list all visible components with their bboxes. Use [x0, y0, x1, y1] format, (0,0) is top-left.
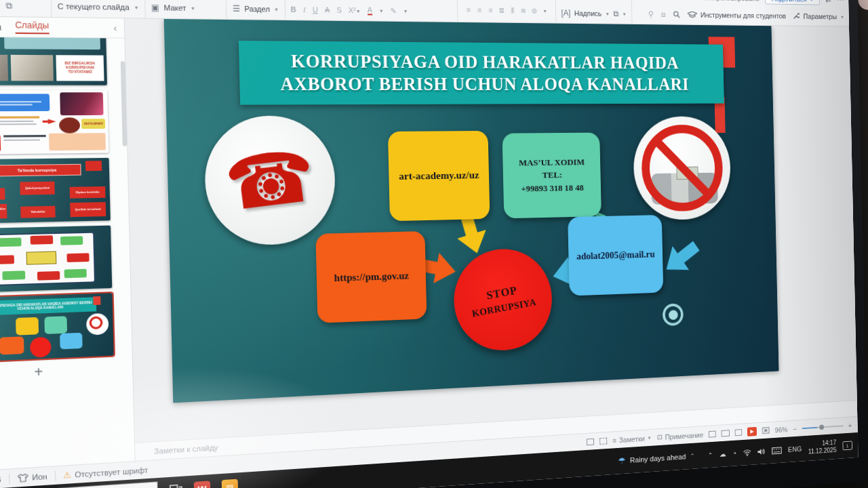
wps-icon: W — [194, 481, 211, 488]
zoom-slider[interactable] — [802, 425, 843, 429]
fit-slide-icon[interactable] — [762, 427, 770, 434]
task-view-button[interactable] — [170, 484, 183, 488]
thumbnail-slide-5[interactable] — [0, 226, 112, 293]
email-box-label: adolat2005@mail.ru — [576, 248, 655, 262]
switch-window-icon[interactable]: ⇄ — [825, 0, 831, 4]
picture-icon[interactable]: 🖼 — [606, 0, 614, 1]
align-left-button[interactable]: ≡ — [467, 5, 471, 14]
language-indicator[interactable]: ENG — [788, 445, 802, 453]
thumb4-title: Ta’limda korrupsiya — [18, 167, 56, 172]
slide-size-icon[interactable]: ⧈ — [660, 9, 665, 18]
more-options-icon[interactable]: ⋯ — [837, 0, 844, 4]
red-telephone-icon: ☎ — [220, 134, 320, 228]
zoom-in-button[interactable]: + — [848, 422, 852, 429]
weather-widget[interactable]: ☂ Rainy days ahead ⌃ — [618, 451, 695, 466]
app-tray-icon[interactable]: ◔ — [732, 449, 736, 458]
notes-toggle-button[interactable]: ≡ Заметки ▼ — [612, 434, 652, 444]
italic-button[interactable]: I — [303, 5, 306, 14]
slide-6[interactable]: KORRUPSIYAGA OID HARAKATLAR HAQIDA AXBOR… — [164, 19, 779, 403]
zoom-out-button[interactable]: − — [793, 425, 797, 433]
highlight-button[interactable]: ✎ — [391, 6, 397, 15]
collapse-panel-button[interactable]: ‹ — [113, 22, 117, 33]
copy-icon[interactable]: ⧉ — [5, 1, 12, 11]
normal-view-button[interactable] — [587, 438, 594, 445]
slide-counter: Слайд 6 / 6 — [0, 474, 1, 486]
slide-title-banner[interactable]: KORRUPSIYAGA OID HARAKATLAR HAQIDA AXBOR… — [239, 41, 724, 105]
weather-label: Rainy days ahead — [630, 453, 686, 464]
theme-name[interactable]: Ион — [32, 472, 47, 481]
view-normal-icon[interactable] — [709, 430, 716, 437]
chevron-down-icon: ▼ — [134, 5, 139, 9]
layout-button[interactable]: Макет — [163, 3, 186, 12]
outline-view-button[interactable] — [599, 437, 607, 444]
from-current-slide-button[interactable]: С текущего слайда — [58, 2, 130, 12]
right-ribbon-group: ☁ Не синхронизировано Поделиться▼ ⇄ ⋯ ⚲ … — [643, 0, 849, 26]
select-icon[interactable]: ⚲ — [648, 9, 654, 18]
textbox-button[interactable]: Надпись — [574, 9, 602, 18]
zoom-slider-handle[interactable] — [819, 424, 824, 430]
font-warning[interactable]: ⚠ Отсутствует шрифт — [63, 465, 149, 481]
no-bribe-sign — [633, 116, 732, 220]
tray-chevron-icon[interactable]: ⌃ — [708, 451, 713, 459]
thumb3-header: PORA — [0, 96, 47, 100]
arrange-icon[interactable]: ⧉ — [613, 9, 618, 18]
options-button[interactable]: Параметры▼ — [793, 12, 844, 20]
chevron-down-icon: ▼ — [274, 7, 279, 12]
add-slide-button[interactable]: + — [34, 364, 43, 380]
notification-center-button[interactable]: 1 — [842, 441, 852, 451]
section-button[interactable]: Раздел — [244, 5, 270, 14]
thumb6-title: KORRUPSIYAGA OID HARAKATLAR HAQIDA AXBOR… — [0, 300, 96, 312]
thumb4-box: Diplom berishda — [76, 190, 99, 194]
slide-canvas[interactable]: KORRUPSIYAGA OID HARAKATLAR HAQIDA AXBOR… — [125, 18, 857, 443]
thumbnail-list: BIZ BIRGALIKDA KORRUPSIYANI TO‘XTATAMIZ … — [0, 37, 130, 472]
columns-button[interactable]: ⫴ — [511, 6, 514, 15]
view-reading-icon[interactable] — [735, 429, 743, 436]
email-box[interactable]: adolat2005@mail.ru — [568, 215, 663, 296]
zoom-percent: 96% — [775, 425, 788, 433]
align-right-button[interactable]: ≡ — [488, 6, 492, 14]
no-bribe-image[interactable] — [633, 116, 732, 220]
target-ring-decoration — [663, 303, 684, 326]
strikethrough-button[interactable]: A — [325, 5, 330, 14]
wifi-icon[interactable] — [743, 449, 751, 456]
portal-box[interactable]: https://pm.gov.uz — [315, 231, 427, 323]
thumbnail-slide-3[interactable]: PORA JAZOLANADI — [0, 90, 108, 155]
view-sorter-icon[interactable] — [722, 430, 730, 436]
website-box[interactable]: art-academy.uz/uz — [388, 131, 490, 221]
phone-box[interactable]: MAS’UL XODIM TEL: +99893 318 18 48 — [502, 133, 601, 219]
student-tools-button[interactable]: Инструменты для студентов — [687, 11, 786, 20]
font-color-button[interactable]: A — [368, 5, 373, 15]
shadow-button[interactable]: S — [336, 6, 342, 14]
thumbnail-slide-4[interactable]: Ta’limda korrupsiya Tanlovlar Qabul jara… — [0, 158, 111, 224]
slideshow-group: ▶ С текущего слайда ▼ — [51, 0, 146, 18]
cloud-tray-icon[interactable]: ☁ — [719, 449, 726, 458]
tab-slides[interactable]: Слайды — [15, 20, 49, 35]
superscript-button[interactable]: X²▼ — [349, 6, 361, 14]
slideshow-button[interactable]: ▶ — [747, 426, 757, 436]
thumbnail-slide-2[interactable]: BIZ BIRGALIKDA KORRUPSIYANI TO‘XTATAMIZ — [0, 37, 107, 85]
taskbar-clock[interactable]: 14:1711.12.2025 — [808, 439, 836, 456]
keyboard-icon[interactable] — [772, 447, 782, 454]
tab-structure[interactable]: Структура — [0, 21, 1, 32]
telephone-image[interactable]: ☎ — [203, 115, 336, 246]
clipboard-group: 🖌 Формат по образцу ✂ ⎘ Вставить ▼ ⧉ — [0, 0, 52, 17]
slides-group: ⊞ Новый слайд ▼ ▣ Макет ▼ — [144, 0, 227, 19]
stop-korrupsiya-circle[interactable]: STOP KORRUPSIYA — [453, 248, 553, 353]
thumbnail-slide-6-current[interactable]: KORRUPSIYAGA OID HARAKATLAR HAQIDA AXBOR… — [0, 293, 114, 362]
speaker-icon[interactable] — [757, 447, 765, 455]
align-center-button[interactable]: ≡ — [477, 6, 481, 14]
search-icon[interactable] — [673, 11, 680, 19]
taskbar-files-app[interactable]: ▨ — [222, 479, 239, 488]
thumb4-box: Moddiy tovar boyliklar xaridi — [0, 208, 7, 216]
graduation-cap-icon — [687, 11, 696, 18]
justify-button[interactable]: ≣ — [498, 6, 505, 15]
comment-button[interactable]: ⊡ Примечание — [657, 430, 704, 442]
share-button[interactable]: Поделиться▼ — [765, 0, 820, 5]
taskbar-wps-app[interactable]: W — [194, 481, 211, 488]
wrench-icon — [793, 12, 800, 20]
line-spacing-button[interactable]: ≋ — [520, 6, 526, 15]
underline-button[interactable]: U — [313, 5, 318, 14]
smartart-button[interactable]: ⊜ — [531, 6, 537, 15]
umbrella-icon: ☂ — [618, 455, 626, 466]
bold-button[interactable]: B — [290, 5, 296, 14]
